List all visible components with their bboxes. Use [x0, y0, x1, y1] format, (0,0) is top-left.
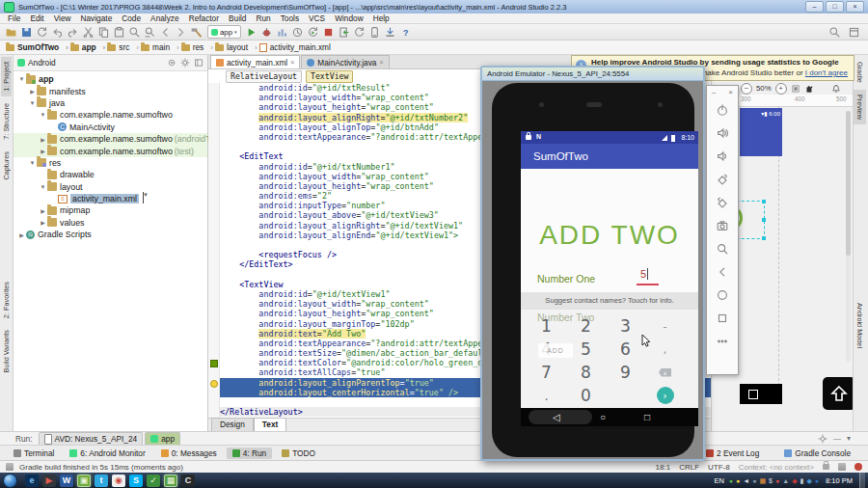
emulator-nav-overview-icon[interactable] [707, 307, 738, 330]
expand-icon[interactable]: ▶ [39, 219, 47, 226]
emulator-more-icon[interactable] [707, 330, 738, 353]
emulator-nav-back-icon[interactable] [707, 260, 738, 284]
tree-item-mipmap[interactable]: ▶mipmap [14, 204, 207, 216]
cut-icon[interactable] [81, 25, 95, 39]
key-3[interactable]: 3 [606, 314, 645, 338]
taskbar-app-0[interactable]: e [25, 474, 39, 487]
hide-panel-icon[interactable] [194, 58, 203, 68]
key-0[interactable]: 0 [566, 384, 606, 407]
line-separator[interactable]: CRLF [679, 463, 699, 472]
toolwindow-0-messages[interactable]: 0: Messages [155, 447, 223, 459]
avd-manager-icon[interactable] [367, 25, 382, 39]
tray-icon-2[interactable]: ◄ [743, 477, 749, 484]
hide-icon[interactable]: — [833, 434, 841, 443]
lock-icon[interactable] [823, 464, 829, 470]
key-next[interactable]: › [645, 384, 685, 407]
save-all-icon[interactable] [19, 25, 34, 39]
caret-position[interactable]: 18:1 [656, 463, 671, 472]
tray-icon-9[interactable]: ▮ [800, 477, 804, 484]
taskbar-app-5[interactable]: ◉ [112, 474, 125, 487]
gear-icon[interactable] [818, 434, 827, 444]
tree-item-layout[interactable]: ▼layout [14, 181, 207, 193]
tray-icon-7[interactable]: ▲ [782, 477, 789, 484]
emulator-window[interactable]: Android Emulator - Nexus_5_API_24:5554 N… [480, 66, 705, 461]
collapse-icon[interactable]: ▼ [39, 112, 47, 118]
tree-item-res[interactable]: ▼res [14, 157, 207, 169]
pan-icon[interactable] [804, 84, 814, 94]
toolstrip-structure[interactable]: 7: Structure [1, 98, 12, 145]
tab-mainactivity-java[interactable]: MainActivity.java × [301, 55, 389, 68]
tab-text[interactable]: Text [254, 418, 286, 431]
menu-refactor[interactable]: Refactor [184, 14, 224, 23]
tray-icon-6[interactable]: ● [775, 477, 779, 484]
key-.[interactable]: . [527, 384, 566, 407]
breadcrumb-SumOfTwo[interactable]: SumOfTwo› [6, 42, 68, 52]
zoom-out-icon[interactable]: − [741, 83, 752, 95]
run-tab-app[interactable]: app [145, 432, 180, 445]
tree-item-activity_main.xml[interactable]: ≡activity_main.xml [14, 193, 207, 204]
tray-icon-11[interactable]: ● [815, 477, 819, 484]
help-icon[interactable]: ? [398, 25, 413, 39]
crumb-relativelayout[interactable]: RelativeLayout [226, 70, 302, 83]
toolwindow-2-event-log[interactable]: 2 Event Log [700, 447, 765, 459]
menu-tools[interactable]: Tools [276, 14, 304, 23]
taskbar-app-3[interactable]: ▣ [77, 474, 91, 487]
toolbar-panel-icon[interactable] [847, 25, 861, 39]
columns-icon[interactable] [838, 463, 846, 471]
open-folder-icon[interactable] [4, 25, 18, 39]
menu-code[interactable]: Code [117, 14, 146, 23]
key-9[interactable]: 9 [606, 361, 645, 384]
tray-icon-4[interactable]: ▦ [759, 477, 766, 484]
menu-window[interactable]: Window [330, 14, 368, 23]
run-coverage-icon[interactable] [275, 25, 289, 39]
crumb-textview[interactable]: TextView [306, 70, 353, 83]
locate-icon[interactable] [167, 58, 176, 68]
toolwindow-gradle-console[interactable]: Gradle Console [778, 447, 856, 459]
zoom-in-icon[interactable]: + [775, 83, 787, 95]
window-titlebar[interactable]: SumOfTwo - [C:\1 Winter 2017\PROG 38448\… [0, 0, 868, 14]
taskbar-app-1[interactable]: ▶ [42, 474, 56, 487]
key-backspace[interactable]: x [645, 361, 685, 384]
close-button[interactable]: × [846, 1, 864, 13]
toolwindow-6-android-monitor[interactable]: 6: Android Monitor [64, 447, 150, 459]
taskbar-app-8[interactable]: ▦ [164, 474, 177, 487]
toolstrip-android-model[interactable]: Android Model [854, 298, 866, 353]
start-button[interactable] [3, 474, 17, 488]
close-icon[interactable]: × [379, 59, 383, 66]
search-everywhere-icon[interactable] [827, 25, 842, 39]
menu-vcs[interactable]: VCS [304, 14, 330, 23]
toolstrip-preview[interactable]: Preview [854, 90, 866, 124]
collapse-icon[interactable]: ▼ [28, 100, 37, 106]
back-icon[interactable] [158, 25, 173, 39]
sdk-manager-icon[interactable] [383, 25, 397, 39]
emulator-rotate-left-icon[interactable] [707, 168, 738, 191]
undo-icon[interactable] [50, 25, 65, 39]
show-desktop-button[interactable] [859, 473, 865, 488]
profiler-icon[interactable] [290, 25, 305, 39]
copy-icon[interactable] [96, 25, 111, 39]
menu-analyze[interactable]: Analyze [146, 14, 184, 23]
breadcrumb-res[interactable]: res› [181, 42, 213, 52]
emulator-screenshot-icon[interactable] [707, 214, 738, 237]
add-button[interactable]: ADD [538, 343, 573, 358]
breadcrumb-activity_main.xml[interactable]: activity_main.xml [259, 42, 331, 52]
debug-icon[interactable] [259, 25, 274, 39]
gear-icon[interactable] [180, 58, 190, 68]
inspections-profile-icon[interactable] [854, 463, 862, 471]
number-one-input[interactable]: 5 [640, 268, 646, 280]
tree-item-drawable[interactable]: drawable [14, 169, 207, 180]
tray-icon-5[interactable]: $ [769, 477, 773, 484]
language-indicator[interactable]: EN [714, 476, 723, 485]
rerun-icon[interactable] [306, 25, 320, 39]
menu-view[interactable]: View [49, 14, 76, 23]
menu-file[interactable]: File [3, 14, 25, 23]
breadcrumb-layout[interactable]: layout› [215, 42, 258, 52]
paste-icon[interactable] [112, 25, 126, 39]
emulator-volume-up-icon[interactable] [707, 122, 738, 145]
zoom-fit-icon[interactable] [791, 84, 800, 94]
expand-icon[interactable]: ▶ [28, 88, 37, 95]
toolstrip-project[interactable]: 1: Project [1, 57, 12, 96]
tab-activity-main-xml[interactable]: activity_main.xml × [210, 55, 300, 68]
tray-icon-0[interactable]: ● [729, 477, 733, 484]
taskbar-app-2[interactable]: W [60, 474, 73, 487]
